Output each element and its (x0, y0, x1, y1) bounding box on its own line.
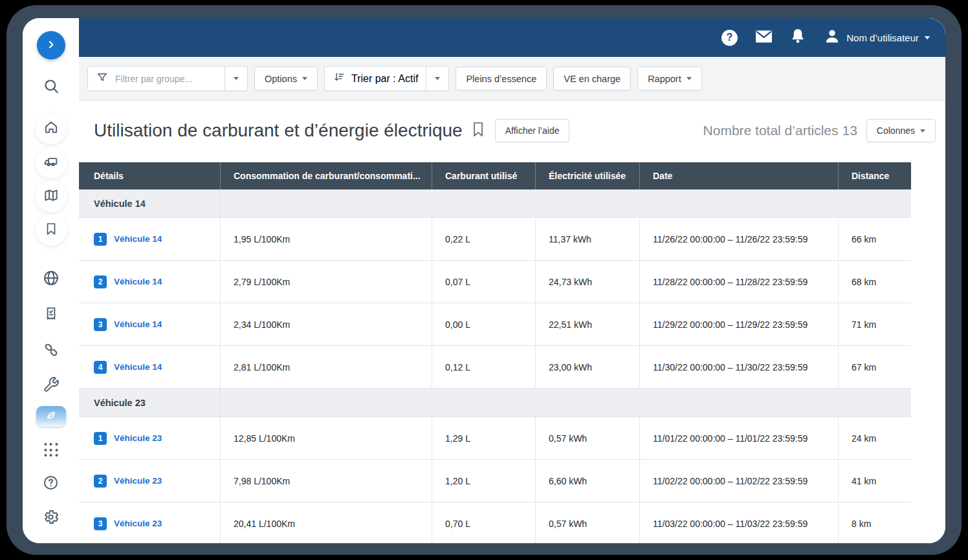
ev-charging-button[interactable]: VE en charge (553, 67, 631, 91)
funnel-icon (96, 71, 109, 87)
date-cell: 11/02/22 00:00:00 – 11/02/22 23:59:59 (639, 460, 838, 502)
date-cell: 11/03/22 00:00:00 – 11/03/22 23:59:59 (639, 502, 838, 543)
column-header-3[interactable]: Carburant utilisé (432, 162, 535, 189)
vehicle-index-badge: 3 (94, 517, 107, 530)
vehicle-link[interactable]: Véhicule 14 (114, 234, 162, 244)
group-filter-field (88, 67, 225, 91)
globe-icon (42, 269, 60, 290)
user-menu[interactable]: Nom d’utilisateur (824, 28, 930, 47)
vehicle-index-badge: 2 (94, 475, 107, 488)
sidebar-expand-button[interactable] (37, 31, 65, 59)
sidebar-item-map[interactable] (37, 182, 65, 211)
table-row: 2Véhicule 142,79 L/100Km0,07 L24,73 kWh1… (79, 261, 911, 303)
options-label: Options (265, 74, 297, 84)
fuel-used-cell: 0,00 L (432, 303, 535, 345)
group-row: Véhicule 23 (79, 389, 911, 417)
page-title: Utilisation de carburant et d’énergie él… (94, 120, 463, 141)
vehicle-link[interactable]: Véhicule 23 (114, 433, 162, 443)
vehicle-link[interactable]: Véhicule 14 (114, 277, 162, 286)
table-row: 4Véhicule 142,81 L/100Km0,12 L23,00 kWh1… (79, 346, 911, 389)
mail-icon (755, 30, 773, 46)
topbar-messages-button[interactable] (755, 29, 772, 46)
sidebar-item-search[interactable] (37, 73, 65, 102)
consumption-cell: 12,85 L/100Km (220, 417, 432, 459)
group-row-label: Véhicule 23 (79, 389, 220, 416)
table-row: 3Véhicule 2320,41 L/100Km0,70 L0,57 kWh1… (79, 502, 911, 543)
help-icon (42, 474, 60, 494)
vehicle-link[interactable]: Véhicule 23 (114, 519, 162, 528)
group-row: Véhicule 14 (79, 189, 911, 218)
sidebar-item-connections[interactable] (37, 337, 65, 365)
column-header-6[interactable]: Distance (838, 162, 911, 189)
electricity-used-cell: 24,73 kWh (535, 261, 639, 303)
distance-cell: 71 km (838, 303, 911, 345)
vehicle-link[interactable]: Véhicule 14 (114, 319, 162, 329)
column-header-4[interactable]: Électricité utilisée (535, 162, 639, 189)
details-cell: 2Véhicule 14 (79, 261, 220, 303)
sidebar-item-home[interactable] (37, 114, 65, 143)
date-cell: 11/30/22 00:00:00 – 11/30/22 23:59:59 (639, 346, 838, 388)
topbar: ? (79, 18, 945, 57)
vehicle-index-badge: 3 (94, 318, 107, 331)
sort-dropdown-button[interactable] (426, 67, 448, 91)
sidebar-item-bookmarks[interactable] (37, 216, 65, 244)
total-items-value: 13 (842, 123, 857, 138)
sidebar-item-zones[interactable] (37, 265, 65, 294)
help-icon: ? (721, 30, 738, 46)
vehicle-index-badge: 4 (94, 361, 107, 374)
column-header-2[interactable]: Consommation de carburant/consommati... (220, 162, 432, 189)
table-row: 3Véhicule 142,34 L/100Km0,00 L22,51 kWh1… (79, 303, 911, 346)
electricity-used-cell: 23,00 kWh (535, 346, 639, 388)
sort-combo: Trier par : Actif (324, 66, 449, 91)
wrench-icon (43, 376, 60, 396)
total-items-label: Nombre total d’articles (703, 123, 839, 138)
fuel-used-cell: 1,20 L (432, 460, 535, 502)
show-help-button[interactable]: Afficher l’aide (495, 119, 570, 142)
link-icon (42, 341, 60, 361)
columns-button[interactable]: Colonnes (866, 119, 936, 142)
vehicle-link[interactable]: Véhicule 23 (114, 476, 162, 486)
main-area: ? (79, 18, 945, 543)
sidebar-item-rules[interactable] (37, 301, 65, 329)
vehicle-link[interactable]: Véhicule 14 (114, 362, 162, 372)
date-cell: 11/28/22 00:00:00 – 11/28/22 23:59:59 (639, 261, 838, 303)
topbar-notifications-button[interactable] (789, 29, 806, 46)
consumption-cell: 2,81 L/100Km (220, 346, 432, 388)
sidebar-item-maintenance[interactable] (37, 372, 65, 400)
caret-down-icon (687, 77, 692, 80)
electricity-used-cell: 11,37 kWh (535, 218, 639, 260)
electricity-used-cell: 0,57 kWh (535, 417, 639, 459)
consumption-cell: 7,98 L/100Km (220, 460, 432, 502)
sidebar-item-help[interactable] (37, 469, 65, 498)
vehicle-index-badge: 1 (94, 233, 107, 246)
search-icon (42, 77, 60, 98)
sidebar (23, 18, 79, 543)
page-background: ? (0, 0, 968, 560)
distance-cell: 24 km (838, 417, 911, 459)
fuel-used-cell: 0,70 L (432, 502, 535, 543)
fuel-energy-table: DétailsConsommation de carburant/consomm… (79, 162, 911, 543)
column-header-1[interactable]: Détails (79, 162, 220, 189)
group-filter-input[interactable] (114, 73, 217, 85)
details-cell: 1Véhicule 14 (79, 218, 220, 260)
date-cell: 11/29/22 00:00:00 – 11/29/22 23:59:59 (639, 303, 838, 345)
bookmark-icon (43, 221, 59, 239)
table-header-row: DétailsConsommation de carburant/consomm… (79, 162, 911, 189)
sidebar-item-apps[interactable] (37, 436, 65, 464)
table-row: 1Véhicule 141,95 L/100Km0,22 L11,37 kWh1… (79, 218, 911, 261)
options-button[interactable]: Options (254, 67, 318, 91)
distance-cell: 68 km (838, 261, 911, 303)
sidebar-item-vehicles[interactable] (37, 149, 65, 177)
fuel-used-cell: 1,29 L (432, 417, 535, 459)
date-cell: 11/26/22 00:00:00 – 11/26/22 23:59:59 (639, 218, 838, 260)
fuel-fillups-button[interactable]: Pleins d’essence (456, 67, 547, 91)
sidebar-item-fuel-energy-active[interactable] (36, 406, 66, 427)
group-filter-dropdown-button[interactable] (225, 67, 247, 91)
sort-button[interactable]: Trier par : Actif (325, 67, 426, 91)
map-icon (43, 187, 60, 206)
topbar-help-button[interactable]: ? (721, 29, 738, 46)
column-header-5[interactable]: Date (639, 162, 838, 189)
sidebar-item-settings[interactable] (37, 504, 65, 532)
report-button[interactable]: Rapport (637, 67, 702, 91)
bookmark-page-button[interactable] (472, 122, 485, 140)
